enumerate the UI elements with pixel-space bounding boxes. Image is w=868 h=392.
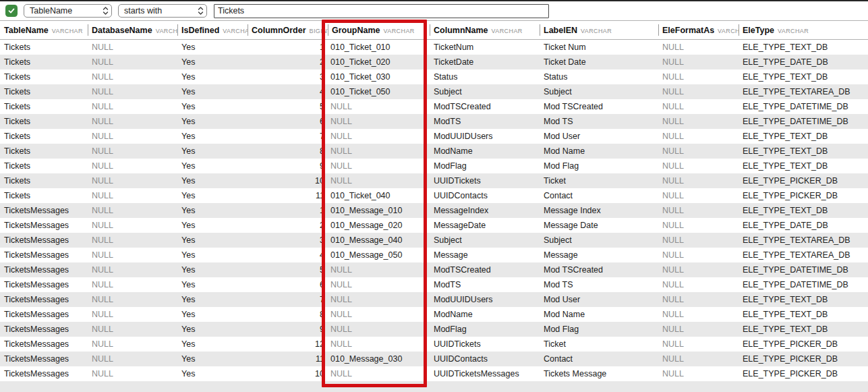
table-row[interactable]: TicketsNULLYes2010_Ticket_020TicketDateT… — [0, 55, 868, 69]
filter-search-input[interactable] — [214, 4, 549, 18]
cell-DatabaseName: NULL — [88, 188, 177, 203]
table-row[interactable]: TicketsMessagesNULLYes1010_Message_010Me… — [0, 203, 868, 218]
cell-ColumnOrder: 11 — [248, 188, 328, 203]
table-row[interactable]: TicketsNULLYes8NULLModNameMod NameNULLEL… — [0, 144, 868, 159]
cell-EleFormatAs: NULL — [658, 188, 739, 203]
table-row[interactable]: TicketsMessagesNULLYes10NULLUUIDTicketsM… — [0, 366, 868, 381]
filter-operator-select[interactable]: starts with — [118, 4, 207, 18]
column-header-label: EleType — [743, 26, 774, 35]
cell-IsDefined: Yes — [177, 322, 248, 337]
cell-DatabaseName: NULL — [88, 114, 177, 129]
table-row[interactable]: TicketsNULLYes11010_Ticket_040UUIDContac… — [0, 188, 868, 203]
table-row[interactable]: TicketsNULLYes6NULLModTSMod TSNULLELE_TY… — [0, 114, 868, 129]
cell-GroupName: 010_Ticket_010 — [328, 40, 430, 55]
table-row[interactable]: TicketsMessagesNULLYes11010_Message_030U… — [0, 352, 868, 366]
column-header-ColumnOrder[interactable]: ColumnOrderBIGINT — [248, 21, 328, 39]
cell-IsDefined: Yes — [177, 114, 248, 129]
cell-ColumnOrder: 5 — [248, 99, 328, 114]
column-header-EleType[interactable]: EleTypeVARCHAR — [739, 21, 868, 39]
cell-EleFormatAs: NULL — [658, 203, 739, 218]
cell-TableName: Tickets — [0, 84, 88, 99]
cell-DatabaseName: NULL — [88, 248, 177, 262]
cell-IsDefined: Yes — [177, 55, 248, 69]
cell-EleType: ELE_TYPE_PICKER_DB — [739, 188, 868, 203]
table-row[interactable]: TicketsMessagesNULLYes4010_Message_050Me… — [0, 248, 868, 262]
table-row[interactable]: TicketsNULLYes4010_Ticket_050SubjectSubj… — [0, 84, 868, 99]
cell-ColumnOrder: 10 — [248, 173, 328, 188]
cell-ColumnOrder: 9 — [248, 159, 328, 173]
cell-DatabaseName: NULL — [88, 84, 177, 99]
cell-IsDefined: Yes — [177, 40, 248, 55]
cell-LabelEN: Subject — [540, 233, 658, 248]
filter-enabled-checkbox[interactable] — [5, 5, 18, 17]
cell-TableName: Tickets — [0, 173, 88, 188]
cell-IsDefined: Yes — [177, 218, 248, 233]
column-type-label: BIGINT — [310, 28, 328, 34]
table-row[interactable]: TicketsMessagesNULLYes12NULLUUIDTicketsT… — [0, 337, 868, 352]
cell-LabelEN: Mod TSCreated — [540, 262, 658, 277]
table-row[interactable]: TicketsNULLYes7NULLModUUIDUsersMod UserN… — [0, 129, 868, 144]
cell-EleType: ELE_TYPE_PICKER_DB — [739, 366, 868, 381]
table-row[interactable]: TicketsMessagesNULLYes2010_Message_020Me… — [0, 218, 868, 233]
empty-area — [0, 381, 868, 392]
cell-EleType: ELE_TYPE_PICKER_DB — [739, 337, 868, 352]
cell-IsDefined: Yes — [177, 99, 248, 114]
column-header-label: ColumnOrder — [252, 26, 306, 35]
cell-GroupName: NULL — [328, 99, 430, 114]
column-header-label: IsDefined — [181, 26, 219, 35]
cell-IsDefined: Yes — [177, 173, 248, 188]
table-row[interactable]: TicketsNULLYes9NULLModFlagMod FlagNULLEL… — [0, 159, 868, 173]
cell-ColumnOrder: 3 — [248, 233, 328, 248]
column-header-IsDefined[interactable]: IsDefinedVARCHAR — [177, 21, 248, 39]
cell-ColumnName: ModTS — [430, 114, 540, 129]
column-header-GroupName[interactable]: GroupNameVARCHAR — [328, 21, 430, 39]
cell-ColumnName: ModTSCreated — [430, 99, 540, 114]
cell-EleType: ELE_TYPE_DATETIME_DB — [739, 262, 868, 277]
cell-GroupName: NULL — [328, 337, 430, 352]
column-header-EleFormatAs[interactable]: EleFormatAsVARCHAR — [658, 21, 739, 39]
table-row[interactable]: TicketsNULLYes1010_Ticket_010TicketNumTi… — [0, 40, 868, 55]
cell-TableName: Tickets — [0, 99, 88, 114]
table-row[interactable]: TicketsNULLYes5NULLModTSCreatedMod TSCre… — [0, 99, 868, 114]
table-row[interactable]: TicketsMessagesNULLYes5NULLModTSCreatedM… — [0, 262, 868, 277]
table-row[interactable]: TicketsMessagesNULLYes9NULLModFlagMod Fl… — [0, 322, 868, 337]
cell-ColumnOrder: 4 — [248, 84, 328, 99]
up-down-stepper-icon — [198, 6, 204, 16]
table-row[interactable]: TicketsMessagesNULLYes8NULLModNameMod Na… — [0, 307, 868, 322]
column-header-ColumnName[interactable]: ColumnNameVARCHAR — [430, 21, 540, 39]
cell-DatabaseName: NULL — [88, 40, 177, 55]
column-type-label: VARCHAR — [778, 28, 809, 34]
cell-EleFormatAs: NULL — [658, 55, 739, 69]
filter-field-select[interactable]: TableName — [24, 4, 112, 18]
table-row[interactable]: TicketsNULLYes10NULLUUIDTicketsTicketNUL… — [0, 173, 868, 188]
cell-TableName: TicketsMessages — [0, 366, 88, 381]
cell-LabelEN: Tickets Message — [540, 366, 658, 381]
cell-LabelEN: Message Index — [540, 203, 658, 218]
cell-IsDefined: Yes — [177, 69, 248, 84]
cell-DatabaseName: NULL — [88, 173, 177, 188]
cell-LabelEN: Contact — [540, 188, 658, 203]
cell-ColumnName: Message — [430, 248, 540, 262]
column-header-LabelEN[interactable]: LabelENVARCHAR — [540, 21, 658, 39]
column-header-TableName[interactable]: TableNameVARCHAR — [0, 21, 88, 39]
cell-GroupName: 010_Message_030 — [328, 352, 430, 366]
cell-EleType: ELE_TYPE_TEXT_DB — [739, 292, 868, 307]
cell-GroupName: 010_Ticket_020 — [328, 55, 430, 69]
table-row[interactable]: TicketsNULLYes3010_Ticket_030StatusStatu… — [0, 69, 868, 84]
column-type-label: VARCHAR — [384, 28, 415, 34]
column-type-label: VARCHAR — [156, 28, 177, 34]
cell-DatabaseName: NULL — [88, 262, 177, 277]
cell-ColumnName: UUIDTickets — [430, 173, 540, 188]
cell-GroupName: NULL — [328, 322, 430, 337]
cell-LabelEN: Ticket — [540, 173, 658, 188]
cell-EleType: ELE_TYPE_DATETIME_DB — [739, 277, 868, 292]
column-header-DatabaseName[interactable]: DatabaseNameVARCHAR — [88, 21, 177, 39]
cell-ColumnOrder: 1 — [248, 203, 328, 218]
cell-LabelEN: Contact — [540, 352, 658, 366]
cell-EleFormatAs: NULL — [658, 99, 739, 114]
cell-ColumnName: MessageDate — [430, 218, 540, 233]
cell-LabelEN: Ticket Date — [540, 55, 658, 69]
table-row[interactable]: TicketsMessagesNULLYes3010_Message_040Su… — [0, 233, 868, 248]
table-row[interactable]: TicketsMessagesNULLYes7NULLModUUIDUsersM… — [0, 292, 868, 307]
table-row[interactable]: TicketsMessagesNULLYes6NULLModTSMod TSNU… — [0, 277, 868, 292]
